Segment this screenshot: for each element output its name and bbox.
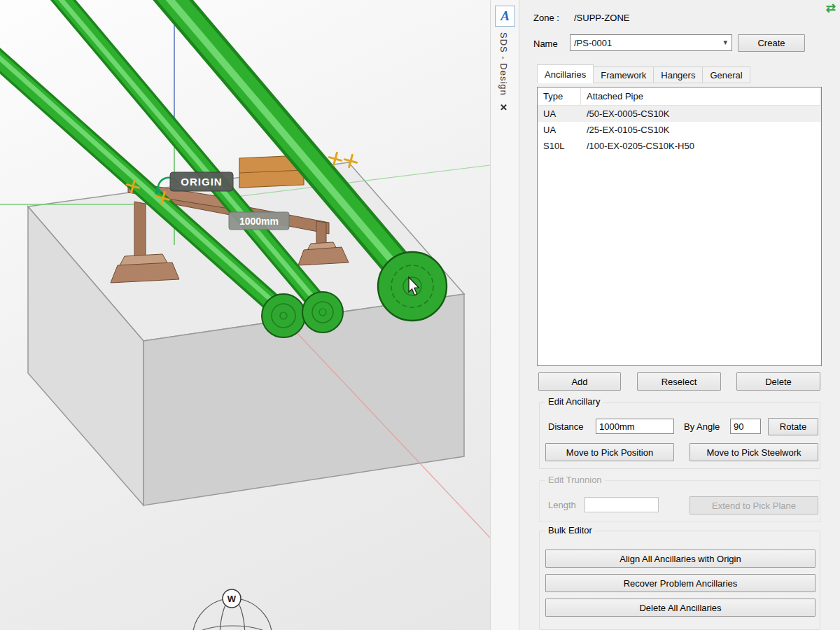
tab-bar: Ancillaries Framework Hangers General	[537, 64, 750, 83]
cell-type: UA	[538, 125, 581, 135]
column-header-type[interactable]: Type	[538, 88, 581, 105]
ancillary-list[interactable]: Type Attached Pipe UA /50-EX-0005-CS10K …	[537, 87, 822, 366]
reselect-button[interactable]: Reselect	[637, 372, 721, 391]
align-all-ancillaries-button[interactable]: Align All Ancillaries with Origin	[545, 550, 816, 568]
dock-panel-title[interactable]: SDS - Design	[498, 32, 509, 96]
3d-scene: ORIGIN 1000mm W	[0, 0, 490, 630]
add-button[interactable]: Add	[538, 372, 621, 391]
3d-viewport[interactable]: ORIGIN 1000mm W	[0, 0, 490, 630]
column-header-attached-pipe[interactable]: Attached Pipe	[581, 88, 821, 105]
compass-west-label: W	[227, 594, 237, 604]
origin-label: ORIGIN	[170, 172, 233, 191]
tab-framework[interactable]: Framework	[593, 66, 654, 83]
angle-input[interactable]	[730, 419, 761, 434]
by-angle-label: By Angle	[684, 421, 720, 432]
cell-type: UA	[538, 108, 581, 119]
delete-button[interactable]: Delete	[736, 372, 820, 391]
zone-value: /SUPP-ZONE	[574, 13, 629, 23]
list-item[interactable]: UA /50-EX-0005-CS10K	[538, 106, 821, 122]
tab-hangers[interactable]: Hangers	[653, 66, 703, 83]
chevron-down-icon[interactable]: ▾	[723, 38, 727, 47]
create-button[interactable]: Create	[738, 34, 805, 52]
close-icon[interactable]: ✕	[500, 102, 507, 113]
edit-ancillary-group: Edit Ancillary Distance By Angle Rotate …	[539, 402, 820, 469]
svg-text:ORIGIN: ORIGIN	[181, 176, 222, 188]
recover-problem-ancillaries-button[interactable]: Recover Problem Ancillaries	[545, 574, 816, 592]
tab-ancillaries[interactable]: Ancillaries	[537, 64, 594, 83]
svg-text:1000mm: 1000mm	[239, 216, 279, 227]
name-label: Name	[533, 38, 558, 49]
bulk-editor-group: Bulk Editor Align All Ancillaries with O…	[539, 531, 820, 630]
compass[interactable]: W	[192, 589, 272, 630]
cell-pipe: /25-EX-0105-CS10K	[581, 125, 821, 135]
app-window: ORIGIN 1000mm W A SDS - Design ✕	[0, 0, 840, 630]
length-input[interactable]	[584, 497, 659, 512]
delete-all-ancillaries-button[interactable]: Delete All Ancillaries	[545, 598, 816, 617]
edit-trunnion-group: Edit Trunnion Length Extend to Pick Plan…	[539, 480, 820, 522]
move-to-pick-position-button[interactable]: Move to Pick Position	[545, 443, 674, 461]
extend-to-pick-plane-button: Extend to Pick Plane	[690, 496, 818, 514]
distance-input[interactable]	[596, 419, 674, 434]
move-to-pick-steelwork-button[interactable]: Move to Pick Steelwork	[690, 443, 818, 461]
app-logo-icon: A	[495, 6, 515, 27]
cell-pipe: /50-EX-0005-CS10K	[581, 108, 821, 119]
cell-type: S10L	[538, 141, 581, 151]
length-label: Length	[548, 500, 576, 510]
name-combobox-value: /PS-0001	[574, 38, 612, 48]
list-item[interactable]: UA /25-EX-0105-CS10K	[538, 122, 821, 138]
list-header: Type Attached Pipe	[538, 88, 821, 106]
cell-pipe: /100-EX-0205-CS10K-H50	[581, 141, 821, 151]
list-item[interactable]: S10L /100-EX-0205-CS10K-H50	[538, 138, 821, 154]
refresh-icon[interactable]: ⇄	[826, 1, 836, 15]
edit-trunnion-title: Edit Trunnion	[545, 475, 605, 485]
zone-label: Zone :	[533, 13, 559, 23]
distance-label: Distance	[548, 421, 584, 432]
distance-label: 1000mm	[229, 212, 289, 230]
bulk-editor-title: Bulk Editor	[545, 525, 595, 536]
rotate-button[interactable]: Rotate	[768, 418, 818, 435]
name-combobox[interactable]: /PS-0001 ▾	[570, 34, 732, 51]
edit-ancillary-title: Edit Ancillary	[545, 396, 603, 407]
support-design-panel: ⇄ Zone : /SUPP-ZONE Name /PS-0001 ▾ Crea…	[521, 0, 840, 630]
dock-tab-strip: A SDS - Design ✕	[490, 0, 519, 630]
tab-general[interactable]: General	[702, 66, 750, 83]
